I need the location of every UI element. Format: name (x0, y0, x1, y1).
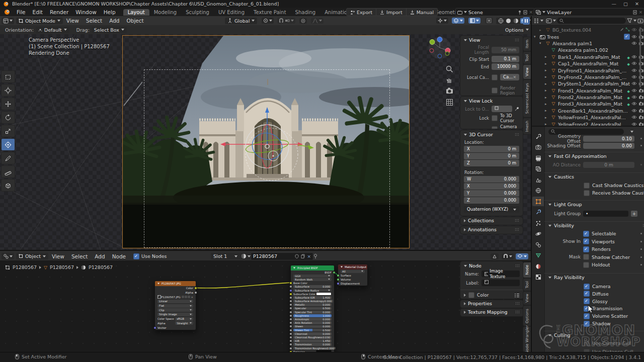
outliner-row[interactable]: ▾Trees (532, 33, 644, 40)
clip-end-field[interactable]: 10000 m (492, 63, 519, 70)
snap-toggle-button[interactable] (277, 18, 295, 24)
menu-file[interactable]: File (13, 9, 29, 15)
wireframe-shading-icon[interactable] (498, 18, 504, 24)
node-row-clip[interactable]: Clip (155, 308, 196, 312)
properties-options-arrow[interactable] (630, 131, 633, 133)
menu-help[interactable]: Help (100, 9, 119, 15)
overlays-button[interactable] (452, 18, 464, 24)
visibility-header[interactable]: Visibility (544, 221, 644, 229)
node-header[interactable]: P1280567.JPG (155, 281, 196, 286)
properties-tab-render[interactable] (532, 143, 544, 152)
cursor-location-y-field[interactable]: Y0 m (464, 153, 519, 159)
to-3d-cursor-checkbox[interactable] (492, 115, 498, 121)
input-socket[interactable] (289, 307, 292, 310)
properties-tab-physics[interactable] (532, 229, 544, 239)
render-region-checkbox[interactable] (492, 87, 498, 94)
snap-node-button[interactable] (502, 253, 514, 259)
value-slider[interactable]: Anis Rotation0.000 (293, 321, 332, 324)
menu-window[interactable]: Window (72, 9, 100, 15)
hide-viewport-icon[interactable] (631, 27, 637, 33)
outliner-row[interactable]: ▸▽Frond3_AlexandraPalm_Mat◆ (532, 101, 644, 107)
local-camera-field[interactable]: Ca...× (500, 74, 519, 80)
properties-tab-object-data[interactable] (532, 251, 544, 260)
proportional-edit-button[interactable] (299, 18, 307, 24)
properties-tab-view-layer[interactable] (532, 164, 544, 174)
principled-bsdf-node[interactable]: Principled BSDFBSDFGGXRandom WalkBase Co… (290, 265, 335, 352)
outliner-row[interactable]: ▸▽GreenBark1_AlexandraPalm_Mat (532, 108, 644, 114)
value-slider[interactable]: Transmission Roughness0.000 (293, 347, 336, 350)
hide-viewport-icon[interactable] (631, 41, 637, 46)
hide-viewport-icon[interactable] (631, 74, 637, 80)
node-row-displacement[interactable]: Displacement (338, 282, 367, 286)
outliner-row[interactable]: ▸▽Frond1_AlexandraPalm_Mat◆ (532, 87, 644, 94)
outliner-row[interactable]: ▸▽Cap1_AlexandraPalm_Mat◆ (532, 60, 644, 67)
properties-tab-particles[interactable] (532, 218, 544, 228)
measure-tool[interactable] (1, 165, 15, 178)
pause-render-button[interactable] (523, 17, 530, 25)
transform-orientation-selector[interactable]: Global (225, 18, 257, 24)
input-socket[interactable] (289, 321, 292, 324)
outliner-filter-icon[interactable] (546, 18, 552, 24)
expand-icon[interactable]: ▾ (534, 35, 538, 39)
menu-object[interactable]: Object (123, 18, 147, 24)
node-row-color-space[interactable]: Color SpacesRGB (155, 317, 196, 321)
expand-icon[interactable]: ▸ (539, 28, 543, 32)
expand-icon[interactable]: ▸ (545, 75, 549, 79)
sidebar-tab-item[interactable]: Item (523, 37, 531, 51)
fake-user-icon[interactable] (295, 254, 299, 258)
outliner-display-mode-icon[interactable] (533, 18, 539, 24)
ray-visibility-header[interactable]: Ray Visibility (544, 273, 644, 281)
dropdown[interactable]: Subsurface Radius (293, 289, 332, 292)
input-socket[interactable] (289, 303, 292, 306)
expand-icon[interactable]: ▸ (545, 109, 549, 113)
dropdown[interactable]: Linear (157, 300, 193, 303)
disable-render-icon[interactable] (638, 108, 644, 114)
view-panel-header[interactable]: View (460, 36, 523, 44)
node-row-ggx[interactable]: GGX (291, 274, 334, 278)
node-row-alpha[interactable]: AlphaStraight (155, 321, 196, 326)
annotations-panel[interactable]: Annotations (460, 226, 523, 234)
shading-offset-field[interactable]: 0.00 (583, 143, 634, 149)
outliner-row[interactable]: ▸▽Frond2_AlexandraPalm_Mat◆ (532, 94, 644, 101)
tab-shading[interactable]: Shading (291, 9, 320, 16)
node-row-color[interactable]: Color (155, 286, 196, 291)
remove-viewlayer-icon[interactable]: × (638, 10, 642, 15)
disable-render-icon[interactable] (638, 101, 644, 107)
copy-button[interactable] (185, 296, 187, 298)
node-row-flat[interactable]: Flat (155, 304, 196, 308)
unlink-material-icon[interactable]: × (307, 254, 311, 259)
shader-canvas[interactable]: P1280567 ▽ P1280567 P1280567 P1280567.JP… (0, 260, 531, 352)
breadcrumb-mesh[interactable]: P1280567 (50, 264, 74, 270)
sidebar-tab-view[interactable]: View (523, 291, 531, 305)
cursor-location-x-field[interactable]: X0 m (464, 146, 519, 152)
sidebar-tab-tool[interactable]: Tool (523, 51, 531, 64)
culling-header[interactable]: Culling (544, 331, 644, 339)
orientation-dropdown[interactable]: Default (36, 27, 69, 33)
options-dropdown[interactable]: Options (503, 27, 531, 33)
input-socket[interactable] (289, 339, 292, 342)
hide-viewport-icon[interactable] (631, 68, 637, 73)
properties-tab-modifiers[interactable] (532, 208, 544, 217)
cursor-tool[interactable] (1, 84, 15, 97)
expand-icon[interactable]: ▾ (539, 41, 543, 45)
tab-layout[interactable]: Layout (123, 9, 149, 16)
node-row-clearcoat[interactable]: Clearcoat0.000 (291, 332, 334, 335)
pin-icon[interactable] (313, 253, 318, 259)
light-group-header[interactable]: Light Group (544, 200, 644, 208)
cast-shadow-caustics-checkbox[interactable] (584, 183, 590, 189)
editor-type-button[interactable] (2, 18, 14, 24)
disable-render-icon[interactable] (638, 88, 644, 94)
outliner-row[interactable]: ▸▽DryStem1_AlexandraPalm_Mat (532, 80, 644, 87)
image-texture-node[interactable]: P1280567.JPGColorAlphaP1280567.JPG×Linea… (154, 281, 196, 330)
node-row-bsdf[interactable]: BSDF (291, 270, 334, 274)
camera-to-view-checkbox[interactable] (492, 126, 498, 129)
import-button[interactable]: Import (376, 8, 407, 16)
select-box-tool[interactable] (1, 70, 15, 83)
input-socket[interactable] (289, 343, 292, 346)
menu-node[interactable]: Node (109, 253, 129, 259)
shadow-checkbox[interactable] (584, 321, 590, 327)
new-collection-icon[interactable] (637, 18, 643, 24)
expand-icon[interactable]: ▸ (545, 116, 549, 120)
zoom-view-icon[interactable] (446, 65, 453, 73)
shadow-catcher-checkbox[interactable] (583, 254, 589, 260)
